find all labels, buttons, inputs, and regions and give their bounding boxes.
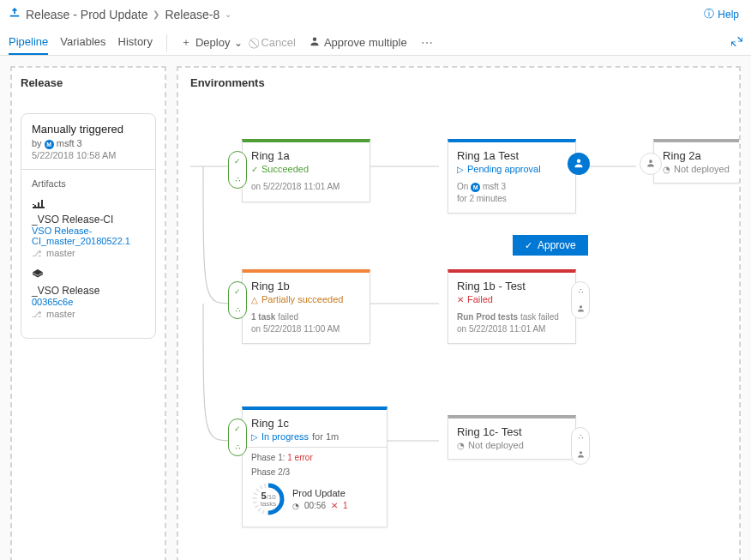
- artifacts-title: Artifacts: [32, 178, 145, 189]
- tab-variables[interactable]: Variables: [60, 30, 105, 55]
- tab-pipeline[interactable]: Pipeline: [9, 30, 48, 55]
- deploy-button[interactable]: ＋ Deploy ⌄: [181, 35, 243, 50]
- stage-post-approval-pill[interactable]: ⛬: [571, 427, 590, 465]
- meta-rest: failed: [275, 312, 298, 322]
- trigger-title: Manually triggered: [32, 123, 145, 135]
- stage-pre-approval-pill[interactable]: ✓ ⛬: [228, 151, 247, 189]
- artifact-name: _VSO Release: [32, 285, 145, 297]
- stage-name: Ring 1a Test: [457, 149, 567, 162]
- gates-icon: ⛬: [234, 175, 242, 184]
- trigger-by: by M msft 3: [32, 138, 145, 149]
- release-trigger-card[interactable]: Manually triggered by M msft 3 5/22/2018…: [21, 113, 156, 339]
- branch-name: master: [46, 248, 75, 258]
- gates-icon: ⛬: [577, 286, 585, 295]
- task-progress-row: 5/10 tasks Prod Update ◔ 00:56 ✕1: [251, 482, 378, 516]
- chevron-down-icon[interactable]: ⌄: [225, 9, 231, 19]
- meta-user: msft 3: [483, 182, 506, 191]
- meta-line2: on 5/22/2018 11:00 AM: [251, 324, 339, 334]
- x-icon: ✕: [331, 501, 338, 510]
- stage-status: Not deployed: [674, 164, 730, 174]
- chevron-down-icon: ⌄: [234, 37, 243, 49]
- stage-name: Ring 2a: [663, 149, 741, 162]
- more-menu[interactable]: ⋯: [421, 36, 434, 50]
- clock-icon: ◔: [292, 502, 299, 510]
- help-icon: ⓘ: [704, 7, 714, 21]
- breadcrumb-current[interactable]: Release-8: [165, 8, 219, 21]
- meta-line2: on 5/22/2018 11:01 AM: [457, 324, 545, 334]
- phase2-line: Phase 2/3: [251, 467, 378, 477]
- meta-bold: 1 task: [251, 312, 275, 322]
- play-icon: ▷: [457, 165, 464, 174]
- person-check-icon: ✓: [234, 287, 241, 296]
- environments-title: Environments: [190, 76, 727, 89]
- environments-panel: Environments ✓ ⛬ Ring 1a ✓ S: [177, 66, 741, 560]
- artifact-link[interactable]: 00365c6e: [32, 297, 145, 307]
- artifact-item[interactable]: _VSO Release-CI VSO Release-CI_master_20…: [32, 196, 145, 258]
- release-icon: [9, 7, 21, 21]
- approve-multiple-button[interactable]: Approve multiple: [309, 36, 407, 49]
- deploy-label: Deploy: [195, 36, 230, 49]
- divider: [21, 169, 155, 170]
- stage-status: Succeeded: [261, 164, 309, 174]
- stage-post-approval-pill[interactable]: ⛬: [571, 281, 590, 319]
- breadcrumb: Release - Prod Update ❯ Release-8 ⌄: [9, 7, 231, 21]
- trigger-user: msft 3: [57, 138, 82, 148]
- help-link[interactable]: ⓘ Help: [704, 7, 739, 21]
- phase1-error: 1 error: [287, 453, 312, 462]
- stage-approval-pill[interactable]: [568, 153, 590, 175]
- fullscreen-toggle[interactable]: [731, 36, 742, 50]
- cancel-label: Cancel: [261, 36, 295, 49]
- approve-button[interactable]: ✓ Approve: [513, 235, 588, 256]
- artifact-item[interactable]: _VSO Release 00365c6e ⎇ master: [32, 268, 145, 319]
- stage-meta: 1 task failed on 5/22/2018 11:00 AM: [251, 311, 361, 334]
- trigger-by-prefix: by: [32, 138, 42, 148]
- artifact-link[interactable]: VSO Release-CI_master_20180522.1: [32, 226, 145, 246]
- stage-pre-approval-pill[interactable]: ✓ ⛬: [228, 281, 247, 319]
- artifact-branch: ⎇ master: [32, 248, 145, 258]
- repo-artifact-icon: [32, 268, 145, 283]
- branch-icon: ⎇: [32, 249, 42, 258]
- help-label: Help: [718, 9, 739, 21]
- stage-ring2a[interactable]: Ring 2a ◔ Not deployed: [653, 139, 741, 184]
- stage-status: In progress: [261, 431, 309, 442]
- stage-status: Not deployed: [468, 440, 524, 450]
- build-artifact-icon: [32, 196, 145, 212]
- branch-name: master: [46, 309, 75, 319]
- gates-icon: ⛬: [234, 305, 242, 314]
- meta-bold: Run Prod tests: [457, 312, 518, 322]
- stage-ring1c[interactable]: ✓ ⛬ Ring 1c ▷ In progress for 1m Phase 1…: [242, 406, 388, 527]
- phase1-line: Phase 1: 1 error: [251, 453, 378, 462]
- user-avatar-badge: M: [45, 140, 54, 149]
- person-icon: [646, 159, 655, 169]
- stage-pre-approval-pill[interactable]: [640, 153, 662, 175]
- stage-ring1b-test[interactable]: ⛬ Ring 1b - Test ✕ Failed Run Prod tests…: [448, 269, 576, 344]
- meta-rest: task failed: [518, 312, 559, 322]
- person-icon: [577, 450, 585, 460]
- cancel-button[interactable]: ⃠ Cancel: [256, 36, 295, 49]
- stage-ring1a-test[interactable]: Ring 1a Test ▷ Pending approval On M msf…: [448, 139, 576, 214]
- stage-meta: Run Prod tests task failed on 5/22/2018 …: [457, 311, 567, 334]
- stage-ring1b[interactable]: ✓ ⛬ Ring 1b △ Partially succeeded 1 task…: [242, 269, 370, 344]
- stage-pre-approval-pill[interactable]: ✓ ⛬: [228, 418, 247, 456]
- separator: [166, 34, 167, 51]
- donut-sub: tasks: [261, 501, 277, 508]
- play-icon: ▷: [251, 432, 258, 442]
- breadcrumb-root[interactable]: Release - Prod Update: [26, 8, 147, 21]
- meta-prefix: On: [457, 182, 468, 191]
- plus-icon: ＋: [181, 35, 191, 50]
- approve-multiple-label: Approve multiple: [324, 36, 407, 49]
- x-icon: ✕: [457, 295, 464, 304]
- fail-count: 1: [343, 501, 348, 510]
- trigger-timestamp: 5/22/2018 10:58 AM: [32, 150, 145, 160]
- clock-icon: ◔: [457, 441, 465, 450]
- stage-name: Ring 1a: [251, 149, 361, 162]
- user-avatar-badge: M: [471, 183, 480, 192]
- stage-ring1c-test[interactable]: ⛬ Ring 1c- Test ◔ Not deployed: [448, 415, 576, 460]
- branch-icon: ⎇: [32, 310, 42, 319]
- phase1-label: Phase 1:: [251, 453, 285, 462]
- stage-ring1a[interactable]: ✓ ⛬ Ring 1a ✓ Succeeded on 5/22/2018 11:…: [242, 139, 370, 202]
- person-icon: [577, 304, 585, 314]
- meta-duration: for 2 minutes: [457, 194, 507, 203]
- tab-history[interactable]: History: [118, 30, 153, 55]
- person-check-icon: ✓: [234, 157, 241, 166]
